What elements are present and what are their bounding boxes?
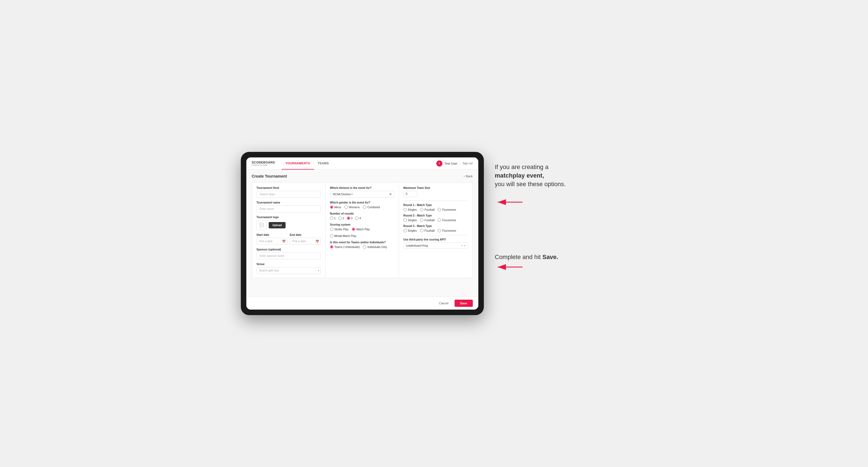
avatar: T [436,160,442,166]
round2-label: Round 2 - Match Type [403,214,468,217]
individuals-radio[interactable] [363,245,366,249]
round1-singles[interactable]: Singles [403,208,417,211]
scoring-stroke-radio[interactable] [330,227,333,231]
end-date-wrapper: 📅 [290,238,321,245]
rounds-3-radio[interactable] [347,217,350,220]
round1-foursomes[interactable]: Foursomes [438,208,456,211]
round1-foursomes-radio[interactable] [438,208,441,211]
scoring-match-radio[interactable] [352,227,355,231]
teams-radio[interactable] [330,245,333,249]
round3-singles-radio[interactable] [403,229,407,232]
annotation-save: Complete and hit Save. [495,253,627,261]
individuals-option[interactable]: Individuals Only [363,245,387,249]
rounds-3[interactable]: 3 [347,217,353,220]
venue-input[interactable] [256,267,321,274]
round2-singles[interactable]: Singles [403,218,417,222]
max-team-size-input[interactable] [403,191,417,197]
round1-match-type: Round 1 - Match Type Singles Fourball [403,204,468,211]
rounds-label: Number of rounds [330,212,394,215]
gender-combined-radio[interactable] [363,206,366,209]
teams-option[interactable]: Teams (+Individuals) [330,245,360,249]
round2-singles-radio[interactable] [403,218,407,222]
round3-foursomes-radio[interactable] [438,229,441,232]
max-team-size-label: Maximum Team Size [403,186,468,189]
round2-radio-group: Singles Fourball Foursomes [403,218,468,222]
round3-fourball-radio[interactable] [420,229,423,232]
cancel-button[interactable]: Cancel [436,300,452,307]
logo-sub: Powered by clippit [252,164,275,166]
max-team-size-group: Maximum Team Size [403,186,468,197]
round3-foursomes[interactable]: Foursomes [438,229,456,232]
save-button[interactable]: Save [455,300,473,307]
upload-button[interactable]: Upload [269,222,286,228]
round3-radio-group: Singles Fourball Foursomes [403,229,468,232]
api-dropdown-icon: ▾ [464,244,466,247]
end-date-input[interactable] [290,238,321,245]
user-name: Test User [445,162,457,165]
rounds-1-radio[interactable] [330,217,333,220]
gender-womens-radio[interactable] [344,206,348,209]
rounds-4[interactable]: 4 [355,217,361,220]
nav-tabs: TOURNAMENTS TEAMS [282,157,436,169]
tab-teams[interactable]: TEAMS [314,157,333,169]
page-header: Create Tournament ‹ Back [252,174,473,178]
main-content: Create Tournament ‹ Back Tournament Host [246,169,478,297]
start-date-input[interactable] [256,238,288,245]
scoring-group: Scoring system Stroke Play Match Play [330,223,394,238]
scoring-radio-group: Stroke Play Match Play Medal Match Play [330,227,394,238]
tournament-host-group: Tournament Host [256,186,321,198]
scoring-medal-radio[interactable] [330,234,333,238]
gender-mens-radio[interactable] [330,206,333,209]
scoring-match[interactable]: Match Play [352,227,370,231]
start-date-wrapper: 📅 [256,238,288,245]
tournament-logo-group: Tournament logo Upload [256,216,321,230]
rounds-4-radio[interactable] [355,217,359,220]
rounds-1[interactable]: 1 [330,217,336,220]
round1-fourball[interactable]: Fourball [420,208,434,211]
round1-radio-group: Singles Fourball Foursomes [403,208,468,211]
round3-singles[interactable]: Singles [403,229,417,232]
round3-label: Round 3 - Match Type [403,224,468,227]
venue-input-wrapper: ▾ [256,267,321,274]
gender-mens[interactable]: Mens [330,206,341,209]
tournament-name-input[interactable] [256,206,321,212]
tournament-name-group: Tournament name [256,201,321,212]
teams-group: Is this event for Teams and/or Individua… [330,241,394,249]
division-select[interactable]: NCAA Division I [330,191,394,198]
back-button[interactable]: ‹ Back [464,174,472,178]
sponsor-group: Sponsor (optional) [256,248,321,259]
tournament-host-input[interactable] [256,191,321,198]
logo-area: SCOREBOARD Powered by clippit [252,161,275,166]
api-value: Leaderboard King [406,244,428,247]
round3-fourball[interactable]: Fourball [420,229,434,232]
date-group: Start date 📅 End date [256,234,321,245]
nav-right: T Test User | Sign out [436,160,473,166]
scoring-medal[interactable]: Medal Match Play [330,234,356,238]
scoring-stroke[interactable]: Stroke Play [330,227,348,231]
round1-fourball-radio[interactable] [420,208,423,211]
round2-foursomes-radio[interactable] [438,218,441,222]
svg-point-1 [260,224,261,224]
rounds-2[interactable]: 2 [338,217,344,220]
gender-womens[interactable]: Womens [344,206,360,209]
round2-match-type: Round 2 - Match Type Singles Fourball [403,214,468,222]
api-select-wrapper[interactable]: Leaderboard King × ▾ [403,243,468,249]
arrow-matchplay [495,197,528,208]
rounds-2-radio[interactable] [338,217,342,220]
tournament-logo-label: Tournament logo [256,216,321,219]
rounds-radio-group: 1 2 3 [330,217,394,220]
round1-singles-radio[interactable] [403,208,407,211]
separator: | [460,162,460,165]
sponsor-input[interactable] [256,252,321,259]
api-clear-button[interactable]: × [462,244,463,247]
api-group: Use third-party live scoring API? Leader… [403,238,468,249]
round2-fourball[interactable]: Fourball [420,218,434,222]
sign-out-link[interactable]: Sign out [463,162,473,165]
divider-1 [403,200,468,201]
round2-fourball-radio[interactable] [420,218,423,222]
tab-tournaments[interactable]: TOURNAMENTS [282,157,314,169]
gender-radio-group: Mens Womens Combined [330,206,394,209]
gender-group: Which gender is the event for? Mens Wome… [330,201,394,209]
gender-combined[interactable]: Combined [363,206,380,209]
round2-foursomes[interactable]: Foursomes [438,218,456,222]
